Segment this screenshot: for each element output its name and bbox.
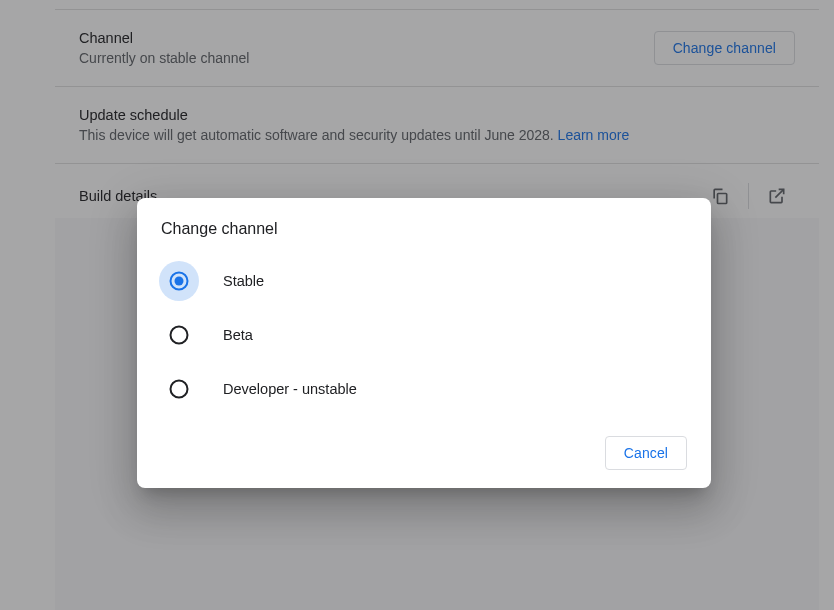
dialog-actions: Cancel [137, 418, 711, 470]
radio-option-developer[interactable]: Developer - unstable [137, 362, 711, 416]
svg-point-3 [171, 327, 188, 344]
radio-label: Beta [223, 327, 253, 343]
svg-point-4 [171, 381, 188, 398]
channel-radio-group: Stable Beta Developer - unstable [137, 248, 711, 418]
radio-option-stable[interactable]: Stable [137, 254, 711, 308]
change-channel-dialog: Change channel Stable Beta [137, 198, 711, 488]
radio-option-beta[interactable]: Beta [137, 308, 711, 362]
radio-selected-icon [169, 271, 189, 291]
radio-label: Stable [223, 273, 264, 289]
svg-point-2 [175, 277, 184, 286]
radio-label: Developer - unstable [223, 381, 357, 397]
radio-indicator [159, 315, 199, 355]
dialog-title: Change channel [137, 220, 711, 248]
cancel-button[interactable]: Cancel [605, 436, 687, 470]
radio-unselected-icon [169, 379, 189, 399]
radio-unselected-icon [169, 325, 189, 345]
radio-indicator [159, 369, 199, 409]
radio-indicator [159, 261, 199, 301]
